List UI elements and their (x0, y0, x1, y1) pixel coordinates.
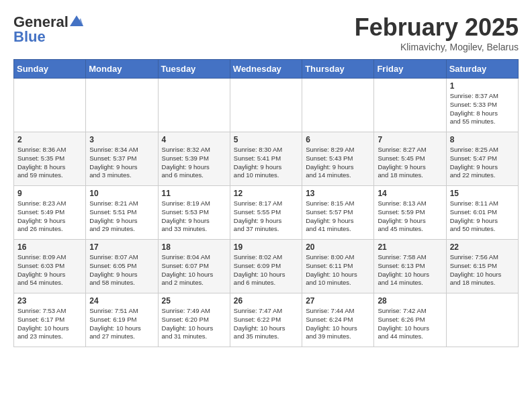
day-number: 15 (450, 189, 515, 198)
day-number: 22 (450, 242, 515, 252)
day-number: 23 (17, 296, 82, 306)
calendar-cell (86, 79, 158, 132)
day-info: Sunrise: 8:07 AM Sunset: 6:05 PM Dayligh… (89, 253, 154, 287)
day-info: Sunrise: 7:44 AM Sunset: 6:24 PM Dayligh… (306, 307, 370, 341)
day-number: 3 (89, 135, 154, 144)
day-number: 24 (89, 296, 154, 306)
weekday-header-tuesday: Tuesday (158, 60, 230, 79)
day-info: Sunrise: 8:29 AM Sunset: 5:43 PM Dayligh… (306, 146, 370, 180)
week-row-1: 1Sunrise: 8:37 AM Sunset: 5:33 PM Daylig… (14, 79, 519, 132)
calendar-cell: 1Sunrise: 8:37 AM Sunset: 5:33 PM Daylig… (446, 79, 518, 132)
day-number: 1 (450, 81, 515, 91)
day-number: 27 (306, 296, 370, 306)
calendar-cell: 21Sunrise: 7:58 AM Sunset: 6:13 PM Dayli… (374, 240, 446, 293)
calendar-cell: 28Sunrise: 7:42 AM Sunset: 6:26 PM Dayli… (374, 293, 446, 347)
day-info: Sunrise: 8:37 AM Sunset: 5:33 PM Dayligh… (450, 92, 515, 126)
day-info: Sunrise: 8:23 AM Sunset: 5:49 PM Dayligh… (17, 199, 82, 234)
weekday-header-saturday: Saturday (446, 60, 518, 79)
day-info: Sunrise: 8:30 AM Sunset: 5:41 PM Dayligh… (234, 146, 298, 180)
day-number: 8 (450, 135, 515, 144)
weekday-header-sunday: Sunday (14, 60, 86, 79)
calendar-cell (302, 79, 374, 132)
day-info: Sunrise: 8:09 AM Sunset: 6:03 PM Dayligh… (17, 253, 82, 287)
day-number: 2 (17, 135, 82, 144)
calendar-cell (446, 293, 518, 347)
location: Klimavichy, Mogilev, Belarus (355, 42, 519, 52)
day-info: Sunrise: 7:47 AM Sunset: 6:22 PM Dayligh… (234, 307, 298, 341)
day-number: 28 (378, 296, 442, 306)
day-info: Sunrise: 8:13 AM Sunset: 5:59 PM Dayligh… (378, 199, 442, 234)
calendar-cell: 23Sunrise: 7:53 AM Sunset: 6:17 PM Dayli… (14, 293, 86, 347)
logo: General Blue (13, 13, 83, 46)
calendar-cell: 20Sunrise: 8:00 AM Sunset: 6:11 PM Dayli… (302, 240, 374, 293)
day-info: Sunrise: 8:15 AM Sunset: 5:57 PM Dayligh… (306, 199, 370, 234)
month-year: February 2025 (355, 13, 519, 42)
day-info: Sunrise: 7:56 AM Sunset: 6:15 PM Dayligh… (450, 253, 515, 287)
calendar-cell: 3Sunrise: 8:34 AM Sunset: 5:37 PM Daylig… (86, 132, 158, 186)
day-info: Sunrise: 8:27 AM Sunset: 5:45 PM Dayligh… (378, 146, 442, 180)
day-info: Sunrise: 7:51 AM Sunset: 6:19 PM Dayligh… (89, 307, 154, 341)
calendar-cell: 8Sunrise: 8:25 AM Sunset: 5:47 PM Daylig… (446, 132, 518, 186)
calendar-cell: 11Sunrise: 8:19 AM Sunset: 5:53 PM Dayli… (158, 186, 230, 240)
calendar-cell: 13Sunrise: 8:15 AM Sunset: 5:57 PM Dayli… (302, 186, 374, 240)
day-info: Sunrise: 8:00 AM Sunset: 6:11 PM Dayligh… (306, 253, 370, 287)
calendar-cell: 24Sunrise: 7:51 AM Sunset: 6:19 PM Dayli… (86, 293, 158, 347)
calendar-cell: 5Sunrise: 8:30 AM Sunset: 5:41 PM Daylig… (230, 132, 302, 186)
calendar-cell: 26Sunrise: 7:47 AM Sunset: 6:22 PM Dayli… (230, 293, 302, 347)
day-info: Sunrise: 8:19 AM Sunset: 5:53 PM Dayligh… (162, 199, 226, 234)
day-number: 4 (162, 135, 226, 144)
calendar-cell: 4Sunrise: 8:32 AM Sunset: 5:39 PM Daylig… (158, 132, 230, 186)
day-info: Sunrise: 8:21 AM Sunset: 5:51 PM Dayligh… (89, 199, 154, 234)
week-row-4: 16Sunrise: 8:09 AM Sunset: 6:03 PM Dayli… (14, 240, 519, 293)
calendar-cell (230, 79, 302, 132)
calendar-cell: 9Sunrise: 8:23 AM Sunset: 5:49 PM Daylig… (14, 186, 86, 240)
calendar-cell: 17Sunrise: 8:07 AM Sunset: 6:05 PM Dayli… (86, 240, 158, 293)
weekday-header-thursday: Thursday (302, 60, 374, 79)
day-number: 16 (17, 242, 82, 252)
calendar-cell: 10Sunrise: 8:21 AM Sunset: 5:51 PM Dayli… (86, 186, 158, 240)
logo-icon (70, 15, 83, 26)
calendar-cell: 18Sunrise: 8:04 AM Sunset: 6:07 PM Dayli… (158, 240, 230, 293)
day-number: 14 (378, 189, 442, 198)
calendar-table: SundayMondayTuesdayWednesdayThursdayFrid… (13, 59, 519, 347)
calendar-cell: 6Sunrise: 8:29 AM Sunset: 5:43 PM Daylig… (302, 132, 374, 186)
day-info: Sunrise: 8:32 AM Sunset: 5:39 PM Dayligh… (162, 146, 226, 180)
day-info: Sunrise: 8:17 AM Sunset: 5:55 PM Dayligh… (234, 199, 298, 234)
day-number: 9 (17, 189, 82, 198)
calendar-cell (374, 79, 446, 132)
day-info: Sunrise: 8:34 AM Sunset: 5:37 PM Dayligh… (89, 146, 154, 180)
calendar-cell: 7Sunrise: 8:27 AM Sunset: 5:45 PM Daylig… (374, 132, 446, 186)
weekday-header-monday: Monday (86, 60, 158, 79)
day-info: Sunrise: 7:49 AM Sunset: 6:20 PM Dayligh… (162, 307, 226, 341)
day-number: 12 (234, 189, 298, 198)
day-number: 5 (234, 135, 298, 144)
calendar-cell: 22Sunrise: 7:56 AM Sunset: 6:15 PM Dayli… (446, 240, 518, 293)
calendar-cell: 27Sunrise: 7:44 AM Sunset: 6:24 PM Dayli… (302, 293, 374, 347)
day-number: 6 (306, 135, 370, 144)
week-row-3: 9Sunrise: 8:23 AM Sunset: 5:49 PM Daylig… (14, 186, 519, 240)
week-row-2: 2Sunrise: 8:36 AM Sunset: 5:35 PM Daylig… (14, 132, 519, 186)
calendar-cell: 14Sunrise: 8:13 AM Sunset: 5:59 PM Dayli… (374, 186, 446, 240)
day-info: Sunrise: 8:02 AM Sunset: 6:09 PM Dayligh… (234, 253, 298, 287)
weekday-header-row: SundayMondayTuesdayWednesdayThursdayFrid… (14, 60, 519, 79)
calendar-cell: 12Sunrise: 8:17 AM Sunset: 5:55 PM Dayli… (230, 186, 302, 240)
calendar-cell: 2Sunrise: 8:36 AM Sunset: 5:35 PM Daylig… (14, 132, 86, 186)
day-number: 19 (234, 242, 298, 252)
calendar-cell: 16Sunrise: 8:09 AM Sunset: 6:03 PM Dayli… (14, 240, 86, 293)
day-number: 7 (378, 135, 442, 144)
calendar-cell: 25Sunrise: 7:49 AM Sunset: 6:20 PM Dayli… (158, 293, 230, 347)
day-number: 26 (234, 296, 298, 306)
day-number: 17 (89, 242, 154, 252)
day-number: 20 (306, 242, 370, 252)
day-info: Sunrise: 7:53 AM Sunset: 6:17 PM Dayligh… (17, 307, 82, 341)
day-number: 11 (162, 189, 226, 198)
day-info: Sunrise: 8:11 AM Sunset: 6:01 PM Dayligh… (450, 199, 515, 234)
calendar-cell: 19Sunrise: 8:02 AM Sunset: 6:09 PM Dayli… (230, 240, 302, 293)
day-number: 13 (306, 189, 370, 198)
calendar-cell: 15Sunrise: 8:11 AM Sunset: 6:01 PM Dayli… (446, 186, 518, 240)
day-info: Sunrise: 7:58 AM Sunset: 6:13 PM Dayligh… (378, 253, 442, 287)
title-block: February 2025 Klimavichy, Mogilev, Belar… (355, 13, 519, 52)
logo-blue: Blue (13, 28, 46, 46)
day-number: 10 (89, 189, 154, 198)
calendar-cell (14, 79, 86, 132)
